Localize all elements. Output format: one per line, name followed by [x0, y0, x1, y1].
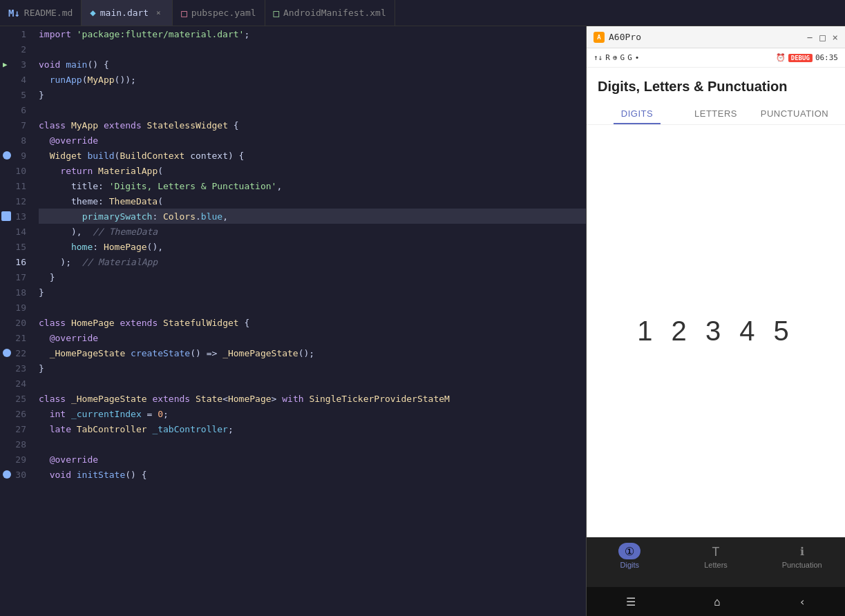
- bottom-nav-letters[interactable]: T Letters: [673, 543, 759, 569]
- debug-badge: DEBUG: [788, 54, 813, 62]
- code-line-1: import 'package:flutter/material.dart';: [39, 26, 586, 41]
- signal-r-icon: R: [605, 53, 610, 62]
- code-line-9: Widget build(BuildContext context) {: [39, 148, 586, 163]
- debug-dot-icon: [3, 151, 11, 160]
- phone-close-button[interactable]: ×: [833, 32, 838, 43]
- bottom-nav-letters-icon: T: [708, 543, 724, 559]
- line-2: 2: [0, 41, 33, 57]
- code-line-24: [39, 376, 586, 391]
- code-line-8: @override: [39, 133, 586, 148]
- line-1: 1: [0, 26, 33, 41]
- line-23: 23: [0, 360, 33, 376]
- code-line-3: void main() {: [39, 57, 586, 72]
- code-line-16: ); // MaterialApp: [39, 254, 586, 269]
- app-tab-punctuation-label: Punctuation: [761, 108, 828, 119]
- main-area: 1 2 ▶ 3 4 5 6 7 8 9 10 11 12: [0, 26, 845, 616]
- code-line-25: class _HomePageState extends State<HomeP…: [39, 391, 586, 406]
- line-17: 17: [0, 269, 33, 285]
- bottom-nav-letters-label: Letters: [704, 561, 728, 569]
- code-line-11: title: 'Digits, Letters & Punctuation',: [39, 178, 586, 193]
- wifi-icon: ⊕: [613, 53, 618, 62]
- tab-main-dart[interactable]: ◆ main.dart ×: [82, 0, 173, 26]
- tab-bar: M↓ README.md ◆ main.dart × □ pubspec.yam…: [0, 0, 845, 26]
- xml-icon: □: [274, 8, 279, 19]
- line-11: 11: [0, 178, 33, 193]
- phone-brand-icon: A: [594, 32, 605, 43]
- tab-readme-label: README.md: [24, 8, 73, 18]
- line-21: 21: [0, 330, 33, 345]
- tab-pubspec-label: pubspec.yaml: [191, 8, 256, 18]
- phone-status-bar: ↑↓ R ⊕ G G • ⏰ DEBUG 06:35: [587, 48, 845, 68]
- code-line-29: @override: [39, 452, 586, 467]
- bottom-nav-digits[interactable]: ① Digits: [587, 543, 673, 569]
- line-27: 27: [0, 421, 33, 436]
- phone-minimize-button[interactable]: −: [807, 32, 813, 43]
- g-icon-1: G: [620, 53, 625, 62]
- app-tab-letters[interactable]: Letters: [676, 103, 755, 124]
- code-line-22: _HomePageState createState() => _HomePag…: [39, 345, 586, 360]
- code-line-30: void initState() {: [39, 467, 586, 482]
- phone-app: Digits, Letters & Punctuation Digits Let…: [587, 68, 845, 537]
- code-line-20: class HomePage extends StatefulWidget {: [39, 315, 586, 330]
- line-29: 29: [0, 452, 33, 467]
- code-content: 1 2 ▶ 3 4 5 6 7 8 9 10 11 12: [0, 26, 586, 616]
- line-24: 24: [0, 376, 33, 391]
- dot-icon: •: [635, 53, 640, 62]
- app-tab-digits-label: Digits: [621, 108, 653, 119]
- tab-readme[interactable]: M↓ README.md: [0, 0, 82, 26]
- phone-title-left: A A60Pro: [594, 32, 641, 43]
- phone-title-bar: A A60Pro − □ ×: [587, 26, 845, 48]
- line-4: 4: [0, 72, 33, 87]
- bottom-nav-punctuation[interactable]: ℹ Punctuation: [759, 543, 845, 569]
- line-20: 20: [0, 315, 33, 330]
- dart-icon: ◆: [90, 7, 95, 18]
- status-left: ↑↓ R ⊕ G G •: [594, 53, 639, 62]
- code-line-6: [39, 102, 586, 117]
- line-numbers: 1 2 ▶ 3 4 5 6 7 8 9 10 11 12: [0, 26, 33, 616]
- status-right: ⏰ DEBUG 06:35: [776, 53, 838, 62]
- line-30: 30: [0, 467, 33, 482]
- bottom-nav-punctuation-icon: ℹ: [794, 543, 810, 559]
- android-nav-bar: ☰ ⌂ ‹: [587, 587, 845, 616]
- line-10: 10: [0, 163, 33, 178]
- line-7: 7: [0, 117, 33, 133]
- line-26: 26: [0, 406, 33, 421]
- debug-dot-22-icon: [3, 349, 11, 357]
- time-display: 06:35: [815, 53, 838, 62]
- code-line-5: }: [39, 87, 586, 102]
- code-line-7: class MyApp extends StatelessWidget {: [39, 117, 586, 133]
- code-line-28: [39, 436, 586, 452]
- code-line-27: late TabController _tabController;: [39, 421, 586, 436]
- android-back-button[interactable]: ‹: [799, 595, 806, 608]
- breakpoint-icon: [1, 211, 11, 221]
- android-home-button[interactable]: ⌂: [714, 595, 721, 608]
- android-menu-button[interactable]: ☰: [626, 595, 636, 608]
- code-lines: import 'package:flutter/material.dart'; …: [33, 26, 586, 616]
- phone-maximize-button[interactable]: □: [819, 32, 825, 43]
- code-line-10: return MaterialApp(: [39, 163, 586, 178]
- code-line-12: theme: ThemeData(: [39, 193, 586, 209]
- app-tab-digits[interactable]: Digits: [598, 103, 676, 124]
- bottom-nav-punctuation-label: Punctuation: [782, 561, 822, 569]
- tab-pubspec[interactable]: □ pubspec.yaml: [173, 0, 265, 26]
- app-tab-letters-label: Letters: [694, 108, 737, 119]
- app-title: Digits, Letters & Punctuation: [598, 79, 834, 95]
- app-tab-content: 1 2 3 4 5: [587, 125, 845, 537]
- tab-android-manifest-label: AndroidManifest.xml: [283, 8, 386, 18]
- tab-android-manifest[interactable]: □ AndroidManifest.xml: [265, 0, 395, 26]
- phone-title-controls[interactable]: − □ ×: [807, 32, 838, 43]
- code-line-2: [39, 41, 586, 57]
- alarm-icon: ⏰: [776, 53, 786, 62]
- bottom-nav-digits-label: Digits: [620, 561, 640, 569]
- phone-emulator: A A60Pro − □ × ↑↓ R ⊕ G G • ⏰ DEBUG 06: [586, 26, 845, 616]
- app-tab-punctuation[interactable]: Punctuation: [755, 103, 834, 124]
- code-editor: 1 2 ▶ 3 4 5 6 7 8 9 10 11 12: [0, 26, 586, 616]
- tab-close-button[interactable]: ×: [153, 7, 164, 18]
- line-6: 6: [0, 102, 33, 117]
- line-13: 13: [0, 209, 33, 224]
- line-18: 18: [0, 285, 33, 300]
- code-line-21: @override: [39, 330, 586, 345]
- line-22: 22: [0, 345, 33, 360]
- line-12: 12: [0, 193, 33, 209]
- line-3: ▶ 3: [0, 57, 33, 72]
